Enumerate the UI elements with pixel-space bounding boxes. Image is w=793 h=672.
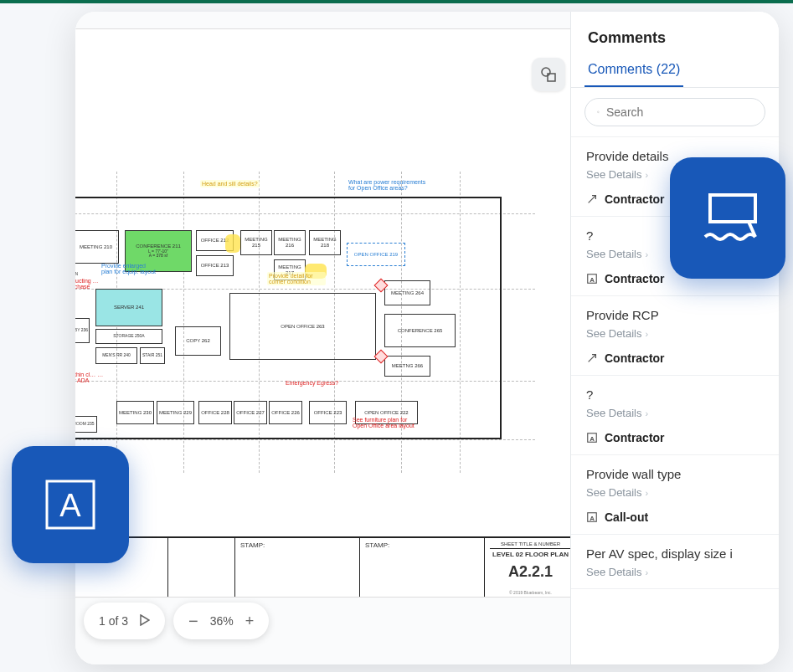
- svg-text:A: A: [590, 276, 595, 284]
- comment-title: ?: [586, 387, 764, 402]
- annotation-enlarged-plan[interactable]: Provide enlarged plan for equip. layout: [100, 262, 158, 275]
- comment-item[interactable]: Per AV spec, display size i See Details …: [571, 535, 779, 589]
- sheet-number: A2.2.1: [490, 563, 571, 581]
- room-open-office-219: OPEN OFFICE 219: [347, 243, 405, 266]
- see-details-label: See Details: [586, 407, 641, 419]
- arrow-icon: [586, 352, 598, 364]
- comments-panel: Comments Comments (22) Provide details S…: [571, 12, 779, 664]
- room-meeting-216: MEETING 216: [274, 230, 306, 255]
- sheet-header-label: SHEET TITLE & NUMBER: [490, 541, 571, 549]
- chevron-right-icon: ›: [645, 329, 648, 339]
- annotation-ada[interactable]: …ify thin cl… …es for ADA: [75, 371, 106, 384]
- author-label: Contractor: [605, 272, 665, 285]
- svg-text:A: A: [590, 515, 595, 522]
- search-icon: [597, 106, 600, 118]
- arrow-icon: [586, 193, 598, 205]
- author-label: Contractor: [605, 192, 665, 206]
- svg-rect-14: [710, 195, 755, 222]
- annotation-chase[interactable]: …ucting …o chase: [75, 277, 101, 290]
- svg-text:A: A: [59, 488, 81, 523]
- svg-line-3: [599, 112, 600, 113]
- comment-author: A Contractor: [586, 431, 764, 444]
- comments-heading: Comments: [571, 14, 779, 55]
- see-details-link[interactable]: See Details ›: [586, 407, 764, 419]
- stamp-cell-2: STAMP:: [360, 538, 485, 597]
- zoom-control: − 36% +: [173, 603, 269, 639]
- room-storage-250a: STORAGE 250A: [95, 329, 162, 344]
- comment-title: Per AV spec, display size i: [586, 546, 764, 561]
- room-meeting-215: MEETING 215: [240, 230, 272, 255]
- see-details-link[interactable]: See Details ›: [586, 486, 764, 499]
- search-input[interactable]: [606, 105, 753, 119]
- room-open-office-263: OPEN OFFICE 263: [229, 293, 376, 360]
- annotation-corner-detail[interactable]: Provide detail for corner condition: [267, 272, 326, 285]
- comment-author: Contractor: [586, 351, 764, 365]
- zoom-out-button[interactable]: −: [188, 613, 198, 629]
- svg-text:A: A: [590, 435, 595, 443]
- svg-line-4: [589, 196, 596, 203]
- zoom-in-button[interactable]: +: [245, 613, 255, 628]
- annotation-emergency-egress[interactable]: Emergency Egress?: [284, 379, 340, 387]
- annotation-power-req[interactable]: What are power requirements for Open Off…: [347, 178, 430, 192]
- comment-title: Provide wall type: [586, 467, 764, 481]
- see-details-label: See Details: [586, 486, 641, 499]
- stamp-icon: A: [586, 273, 598, 285]
- shapes-tool-button[interactable]: [532, 58, 565, 91]
- room-lobby-236: LOBBY 236: [75, 318, 90, 343]
- drawing-sheet[interactable]: MEETING 210 CONFERENCE 211 L = 77'-10" A…: [75, 28, 571, 598]
- drawing-viewer[interactable]: MEETING 210 CONFERENCE 211 L = 77'-10" A…: [75, 12, 571, 664]
- author-label: Contractor: [605, 351, 665, 365]
- floor-plan: MEETING 210 CONFERENCE 211 L = 77'-10" A…: [75, 197, 510, 448]
- page-indicator: 1 of 3: [99, 614, 128, 628]
- feature-tile-callout[interactable]: [670, 157, 785, 279]
- room-war-room-235: WAR ROOM 235: [75, 416, 97, 433]
- room-office-227: OFFICE 227: [234, 401, 267, 424]
- svg-line-7: [589, 355, 596, 362]
- stamp-cell-1: STAMP:: [235, 538, 360, 597]
- callout-tool-icon: [690, 185, 765, 252]
- see-details-label: See Details: [586, 248, 641, 260]
- app-window: MEETING 210 CONFERENCE 211 L = 77'-10" A…: [75, 12, 779, 664]
- room-area: A = 378 sf: [149, 254, 167, 259]
- comment-item[interactable]: Provide RCP See Details › Contractor: [571, 296, 779, 376]
- next-page-button[interactable]: [140, 614, 150, 628]
- room-conference-265: CONFERENCE 265: [384, 314, 456, 347]
- annotation-head-sill[interactable]: Head and sill details?: [200, 180, 260, 187]
- room-meeting-210: MEETING 210: [75, 230, 119, 264]
- author-label: Contractor: [605, 431, 665, 444]
- comments-tab[interactable]: Comments (22): [584, 55, 683, 88]
- room-meeting-229: MEETING 229: [157, 401, 194, 424]
- viewer-controls: 1 of 3 − 36% +: [84, 603, 269, 639]
- chevron-right-icon: ›: [645, 408, 648, 418]
- feature-tile-markup[interactable]: A: [12, 446, 129, 563]
- room-server-241: SERVER 241: [95, 289, 162, 326]
- chevron-right-icon: ›: [645, 249, 648, 259]
- room-stair-251: STAIR 251: [140, 347, 165, 364]
- comment-item[interactable]: Provide wall type See Details › A Call-o…: [571, 455, 779, 535]
- room-mens-rr-240: MEN'S RR 240: [95, 347, 137, 364]
- see-details-label: See Details: [586, 327, 641, 340]
- room-meeting-230: MEETING 230: [116, 401, 154, 424]
- comment-item[interactable]: ? See Details › A Contractor: [571, 376, 779, 455]
- room-meeting-218: MEETING 218: [309, 230, 341, 255]
- comment-author: A Call-out: [586, 510, 764, 524]
- see-details-link[interactable]: See Details ›: [586, 327, 764, 340]
- see-details-label: See Details: [586, 168, 641, 181]
- room-office-213: OFFICE 213: [196, 255, 234, 276]
- see-details-label: See Details: [586, 566, 641, 578]
- search-box[interactable]: [584, 98, 765, 126]
- chevron-right-icon: ›: [645, 170, 648, 180]
- room-meeting-266: MEETNG 266: [384, 356, 430, 377]
- play-icon: [140, 614, 150, 626]
- author-label: Call-out: [605, 510, 648, 524]
- shapes-icon: [540, 66, 557, 83]
- see-details-link[interactable]: See Details ›: [586, 566, 764, 578]
- stamp-icon: A: [586, 511, 598, 523]
- svg-point-0: [542, 68, 550, 76]
- sheet-title: LEVEL 02 FLOOR PLAN: [490, 551, 571, 558]
- highlight-marker: [225, 234, 240, 253]
- page-navigator: 1 of 3: [84, 603, 165, 639]
- text-tool-icon: A: [39, 473, 102, 536]
- room-office-228: OFFICE 228: [198, 401, 232, 424]
- annotation-furniture-plan[interactable]: See furniture plan for Open Office area …: [351, 416, 422, 429]
